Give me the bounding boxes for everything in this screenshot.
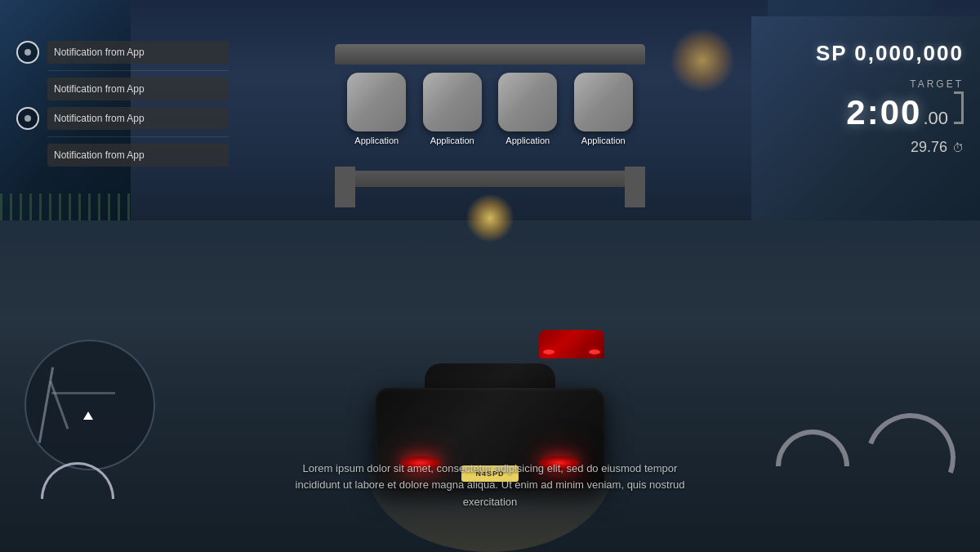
lap-time-value: 29.76	[911, 139, 947, 156]
notification-3: Notification from App	[16, 107, 229, 130]
app-icon-box-4	[574, 73, 633, 131]
clock-icon: ⏱	[952, 141, 964, 154]
lap-time-display: 29.76 ⏱	[816, 139, 964, 156]
notification-text-3: Notification from App	[54, 113, 145, 124]
speed-arc-2	[851, 398, 970, 518]
hud-notifications: Notification from App Notification from …	[16, 41, 229, 173]
app-icon-2[interactable]: Application	[419, 73, 487, 145]
notification-text-2: Notification from App	[54, 83, 145, 95]
notification-bar-3: Notification from App	[47, 107, 229, 130]
speed-arc-1	[760, 414, 864, 518]
notification-divider-2	[47, 136, 229, 137]
notification-bar-1: Notification from App	[47, 41, 229, 64]
notification-divider-1	[47, 70, 229, 71]
app-icon-label-2: Application	[430, 136, 474, 145]
structure-bar-bottom	[335, 171, 645, 187]
notification-bar-2: Notification from App	[47, 78, 229, 100]
target-time-display: 2:00 .00	[816, 91, 964, 132]
app-icon-box-1	[347, 73, 406, 131]
app-icon-4[interactable]: Application	[570, 73, 638, 145]
app-icons-container: Application Application Application Appl…	[343, 69, 637, 171]
minimap-player-marker	[83, 412, 93, 420]
minimap-road-3	[51, 392, 115, 394]
app-icon-box-2	[423, 73, 482, 131]
target-time-bracket	[954, 91, 964, 124]
notification-icon-3	[16, 107, 39, 130]
sp-score: SP 0,000,000	[816, 41, 964, 66]
target-label: TARGET	[816, 78, 964, 90]
target-time-decimal: .00	[923, 108, 948, 129]
notification-bar-4: Notification from App	[47, 144, 229, 167]
app-icon-label-4: Application	[581, 136, 626, 145]
notification-4: Notification from App	[47, 144, 229, 167]
speed-indicators	[776, 413, 956, 503]
structure-leg-right	[625, 167, 645, 207]
structure-leg-left	[335, 167, 355, 207]
minimap-content	[26, 341, 154, 469]
target-time-main: 2:00	[846, 93, 921, 132]
app-icon-box-3	[498, 73, 557, 131]
overhead-structure: Application Application Application Appl…	[318, 44, 662, 207]
structure-bar-top	[335, 44, 645, 65]
bottom-text-content: Lorem ipsum dolor sit amet, consectetur …	[286, 461, 694, 511]
bottom-text-container: Lorem ipsum dolor sit amet, consectetur …	[286, 461, 694, 511]
notification-2: Notification from App	[47, 78, 229, 100]
minimap: 📍 3 Km	[24, 340, 155, 470]
app-icon-1[interactable]: Application	[343, 73, 411, 145]
minimap-road-2	[49, 381, 69, 430]
app-icon-label-1: Application	[354, 136, 399, 145]
notification-text-1: Notification from App	[54, 47, 145, 58]
moon-glow	[670, 28, 735, 93]
app-icon-3[interactable]: Application	[494, 73, 562, 145]
notification-text-4: Notification from App	[54, 149, 145, 161]
app-icon-label-3: Application	[506, 136, 550, 145]
notification-1: Notification from App	[16, 41, 229, 64]
minimap-road-1	[38, 367, 54, 443]
notification-icon-1	[16, 41, 39, 64]
hud-score: SP 0,000,000 TARGET 2:00 .00 29.76 ⏱	[816, 41, 964, 156]
